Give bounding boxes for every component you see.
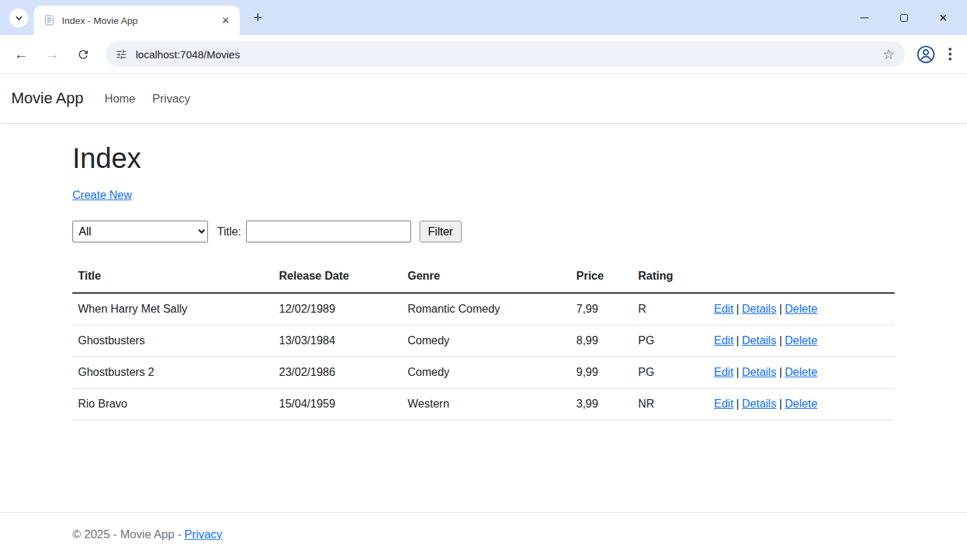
action-separator: | — [779, 366, 782, 378]
details-link[interactable]: Details — [742, 334, 777, 346]
header-actions — [708, 264, 895, 293]
movie-genre-cell: Comedy — [402, 357, 571, 389]
filter-form: All Title: Filter — [72, 221, 895, 242]
movie-actions-cell: Edit|Details|Delete — [708, 357, 895, 389]
minimize-icon — [860, 18, 869, 18]
chevron-down-icon — [15, 14, 23, 22]
movies-table: Title Release Date Genre Price Rating Wh… — [72, 264, 895, 420]
genre-select[interactable]: All — [72, 221, 208, 242]
url-text[interactable]: localhost:7048/Movies — [136, 48, 876, 60]
action-separator: | — [779, 334, 782, 346]
edit-link[interactable]: Edit — [714, 398, 734, 410]
back-button[interactable]: ← — [8, 41, 34, 67]
table-header-row: Title Release Date Genre Price Rating — [72, 264, 895, 293]
header-title: Title — [72, 264, 273, 293]
window-close-button[interactable]: × — [923, 0, 963, 35]
edit-link[interactable]: Edit — [714, 334, 734, 346]
active-browser-tab[interactable]: Index - Movie App × — [34, 6, 240, 35]
site-navbar: Movie App Home Privacy — [0, 74, 967, 124]
kebab-menu-icon — [949, 48, 952, 51]
tab-title: Index - Movie App — [62, 15, 217, 26]
action-separator: | — [736, 366, 739, 378]
movie-release-date-cell: 15/04/1959 — [273, 389, 402, 420]
header-genre: Genre — [402, 264, 571, 293]
browser-menu-button[interactable] — [940, 42, 960, 66]
profile-avatar[interactable] — [914, 42, 937, 66]
site-footer: © 2025 - Movie App -Privacy — [0, 512, 967, 560]
browser-tab-strip: Index - Movie App × + × — [0, 0, 967, 35]
action-separator: | — [736, 398, 739, 410]
details-link[interactable]: Details — [742, 398, 777, 410]
movie-rating-cell: R — [632, 293, 708, 325]
filter-button[interactable]: Filter — [420, 221, 462, 242]
header-release-date: Release Date — [273, 264, 402, 293]
movie-rating-cell: PG — [632, 357, 708, 389]
movie-rating-cell: NR — [632, 389, 708, 420]
movie-row: Ghostbusters 2 23/02/1986 Comedy 9,99 PG… — [72, 357, 895, 389]
movie-row: Rio Bravo 15/04/1959 Western 3,99 NR Edi… — [72, 389, 895, 420]
action-separator: | — [736, 303, 739, 315]
delete-link[interactable]: Delete — [785, 398, 817, 410]
movies-table-body: When Harry Met Sally 12/02/1989 Romantic… — [72, 293, 895, 420]
main-content: Index Create New All Title: Filter Title… — [72, 124, 895, 512]
browser-toolbar: ← → localhost:7048/Movies ☆ — [0, 35, 967, 74]
bookmark-star-icon[interactable]: ☆ — [876, 46, 901, 63]
delete-link[interactable]: Delete — [785, 366, 817, 378]
movie-title-cell: When Harry Met Sally — [72, 293, 273, 325]
movie-actions-cell: Edit|Details|Delete — [708, 389, 895, 420]
edit-link[interactable]: Edit — [714, 366, 734, 378]
window-minimize-button[interactable] — [845, 0, 884, 35]
movie-price-cell: 7,99 — [571, 293, 632, 325]
movie-price-cell: 9,99 — [571, 357, 632, 389]
footer-copyright: © 2025 - Movie App - — [72, 528, 181, 540]
movie-release-date-cell: 12/02/1989 — [273, 293, 402, 325]
movie-release-date-cell: 13/03/1984 — [273, 325, 402, 357]
nav-home-link[interactable]: Home — [99, 86, 141, 111]
title-filter-label: Title: — [217, 226, 241, 238]
movie-row: When Harry Met Sally 12/02/1989 Romantic… — [72, 293, 895, 325]
close-icon: × — [939, 11, 947, 25]
new-tab-button[interactable]: + — [248, 8, 268, 27]
movie-genre-cell: Romantic Comedy — [402, 293, 571, 325]
movie-price-cell: 3,99 — [571, 389, 632, 420]
address-bar[interactable]: localhost:7048/Movies ☆ — [105, 41, 905, 67]
site-settings-icon[interactable] — [115, 48, 127, 60]
window-maximize-button[interactable] — [884, 0, 923, 35]
title-filter-input[interactable] — [246, 221, 411, 242]
create-new-link[interactable]: Create New — [72, 189, 131, 202]
movie-genre-cell: Western — [402, 389, 571, 420]
movie-row: Ghostbusters 13/03/1984 Comedy 8,99 PG E… — [72, 325, 895, 357]
page-content: Movie App Home Privacy Index Create New … — [0, 74, 967, 560]
action-separator: | — [779, 398, 782, 410]
nav-privacy-link[interactable]: Privacy — [147, 86, 196, 111]
tab-close-icon[interactable]: × — [217, 12, 234, 29]
profile-person-icon — [916, 45, 935, 64]
movie-title-cell: Rio Bravo — [72, 389, 273, 420]
movie-actions-cell: Edit|Details|Delete — [708, 325, 895, 357]
movie-release-date-cell: 23/02/1986 — [273, 357, 402, 389]
delete-link[interactable]: Delete — [785, 334, 817, 346]
page-favicon-icon — [44, 15, 55, 26]
details-link[interactable]: Details — [742, 366, 777, 378]
movie-genre-cell: Comedy — [402, 325, 571, 357]
tab-search-button[interactable] — [9, 8, 28, 27]
details-link[interactable]: Details — [742, 303, 777, 315]
movie-title-cell: Ghostbusters — [72, 325, 273, 357]
footer-privacy-link[interactable]: Privacy — [184, 528, 222, 540]
action-separator: | — [779, 303, 782, 315]
movie-actions-cell: Edit|Details|Delete — [708, 293, 895, 325]
movie-title-cell: Ghostbusters 2 — [72, 357, 273, 389]
reload-button[interactable] — [70, 41, 96, 67]
edit-link[interactable]: Edit — [714, 303, 734, 315]
delete-link[interactable]: Delete — [785, 303, 817, 315]
brand-link[interactable]: Movie App — [11, 89, 84, 108]
maximize-icon — [900, 14, 908, 22]
page-title: Index — [72, 143, 895, 174]
forward-button[interactable]: → — [39, 41, 65, 67]
movie-rating-cell: PG — [632, 325, 708, 357]
header-price: Price — [571, 264, 632, 293]
action-separator: | — [736, 334, 739, 346]
window-controls: × — [845, 0, 963, 35]
header-rating: Rating — [632, 264, 708, 293]
movie-price-cell: 8,99 — [571, 325, 632, 357]
